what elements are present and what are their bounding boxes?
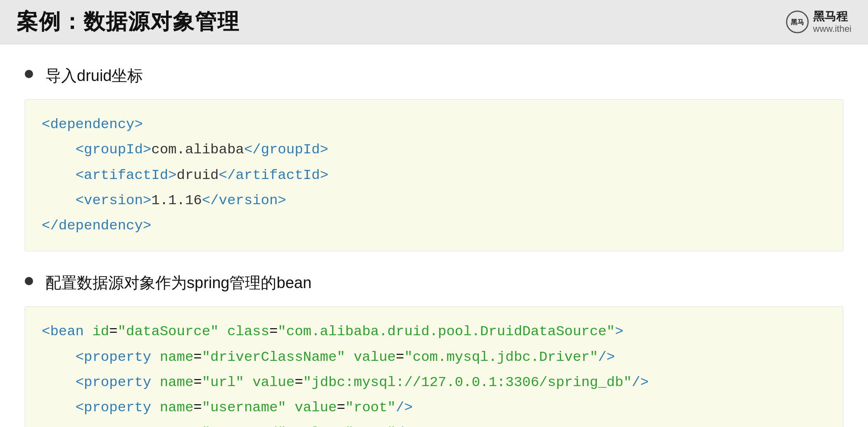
code-block-2: <bean id="dataSource" class="com.alibaba…: [25, 306, 843, 427]
logo-brand: 黑马程: [813, 10, 851, 24]
page-container: 案例：数据源对象管理 黑马 黑马程 www.ithei 导入druid坐标 <d…: [0, 0, 868, 427]
code-line-2-4: <property name="username" value="root"/>: [42, 395, 826, 420]
bullet-item-1: 导入druid坐标: [25, 65, 843, 87]
logo-icon: 黑马: [785, 10, 810, 34]
code-line-1-3: <artifactId>druid</artifactId>: [42, 163, 826, 188]
code-line-1-2: <groupId>com.alibaba</groupId>: [42, 137, 826, 162]
header-bar: 案例：数据源对象管理 黑马 黑马程 www.ithei: [0, 0, 868, 44]
bullet-dot-1: [25, 70, 33, 78]
code-line-2-1: <bean id="dataSource" class="com.alibaba…: [42, 319, 826, 344]
code-line-1-4: <version>1.1.16</version>: [42, 188, 826, 213]
code-block-1: <dependency> <groupId>com.alibaba</group…: [25, 99, 843, 251]
logo-area: 黑马 黑马程 www.ithei: [785, 10, 851, 34]
svg-text:黑马: 黑马: [791, 19, 804, 26]
bullet-item-2: 配置数据源对象作为spring管理的bean: [25, 272, 843, 294]
bullet-text-1: 导入druid坐标: [45, 65, 143, 87]
code-line-2-3: <property name="url" value="jdbc:mysql:/…: [42, 370, 826, 395]
code-line-2-2: <property name="driverClassName" value="…: [42, 345, 826, 370]
content-area: 导入druid坐标 <dependency> <groupId>com.alib…: [0, 44, 868, 427]
page-title: 案例：数据源对象管理: [17, 7, 240, 36]
code-line-2-5: <property name="password" value="root"/>: [42, 420, 826, 427]
logo-url: www.ithei: [813, 24, 851, 34]
code-line-1-5: </dependency>: [42, 213, 826, 239]
bullet-text-2: 配置数据源对象作为spring管理的bean: [45, 272, 312, 294]
code-line-1-1: <dependency>: [42, 112, 826, 137]
logo-text-block: 黑马程 www.ithei: [813, 10, 851, 34]
bullet-dot-2: [25, 277, 33, 285]
